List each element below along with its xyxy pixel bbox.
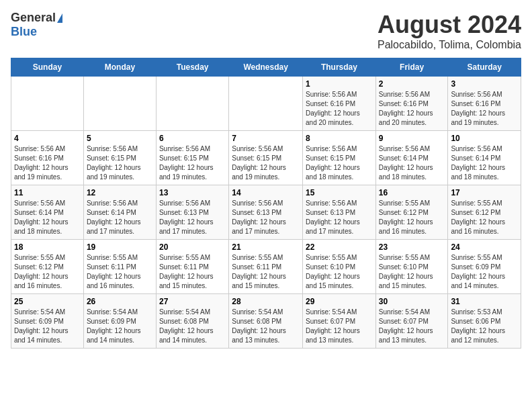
day-header-wednesday: Wednesday <box>229 58 303 77</box>
calendar-cell: 9Sunrise: 5:56 AM Sunset: 6:14 PM Daylig… <box>375 131 448 185</box>
day-info: Sunrise: 5:55 AM Sunset: 6:11 PM Dayligh… <box>232 253 300 291</box>
day-info: Sunrise: 5:55 AM Sunset: 6:12 PM Dayligh… <box>451 199 518 236</box>
calendar-cell: 28Sunrise: 5:54 AM Sunset: 6:08 PM Dayli… <box>229 294 303 349</box>
day-number: 9 <box>379 134 445 143</box>
day-info: Sunrise: 5:55 AM Sunset: 6:11 PM Dayligh… <box>87 253 153 291</box>
calendar-cell: 4Sunrise: 5:56 AM Sunset: 6:16 PM Daylig… <box>11 131 84 185</box>
calendar-cell: 22Sunrise: 5:55 AM Sunset: 6:10 PM Dayli… <box>303 240 376 294</box>
calendar-cell: 23Sunrise: 5:55 AM Sunset: 6:10 PM Dayli… <box>375 240 448 294</box>
day-info: Sunrise: 5:55 AM Sunset: 6:12 PM Dayligh… <box>14 253 81 291</box>
day-number: 17 <box>451 188 518 197</box>
day-number: 26 <box>87 297 153 306</box>
calendar-cell: 7Sunrise: 5:56 AM Sunset: 6:15 PM Daylig… <box>229 131 303 185</box>
subtitle: Palocabildo, Tolima, Colombia <box>378 39 521 51</box>
day-number: 20 <box>159 242 226 252</box>
calendar-cell: 24Sunrise: 5:55 AM Sunset: 6:09 PM Dayli… <box>448 240 521 294</box>
header: General Blue August 2024 Palocabildo, To… <box>11 11 521 51</box>
day-info: Sunrise: 5:56 AM Sunset: 6:14 PM Dayligh… <box>451 144 518 182</box>
day-info: Sunrise: 5:54 AM Sunset: 6:09 PM Dayligh… <box>14 308 81 345</box>
day-info: Sunrise: 5:56 AM Sunset: 6:15 PM Dayligh… <box>159 144 226 182</box>
calendar-cell <box>156 77 228 131</box>
day-info: Sunrise: 5:56 AM Sunset: 6:16 PM Dayligh… <box>379 90 445 128</box>
day-info: Sunrise: 5:54 AM Sunset: 6:09 PM Dayligh… <box>87 308 153 345</box>
calendar-cell: 29Sunrise: 5:54 AM Sunset: 6:07 PM Dayli… <box>303 294 376 349</box>
day-number: 2 <box>379 79 445 89</box>
day-info: Sunrise: 5:56 AM Sunset: 6:15 PM Dayligh… <box>306 144 373 182</box>
calendar-cell: 1Sunrise: 5:56 AM Sunset: 6:16 PM Daylig… <box>303 77 376 131</box>
calendar-cell: 13Sunrise: 5:56 AM Sunset: 6:13 PM Dayli… <box>156 185 228 240</box>
day-info: Sunrise: 5:56 AM Sunset: 6:13 PM Dayligh… <box>232 199 300 236</box>
day-info: Sunrise: 5:54 AM Sunset: 6:07 PM Dayligh… <box>306 308 373 345</box>
day-number: 25 <box>14 297 81 306</box>
calendar-cell: 18Sunrise: 5:55 AM Sunset: 6:12 PM Dayli… <box>11 240 84 294</box>
calendar-table: SundayMondayTuesdayWednesdayThursdayFrid… <box>11 58 521 349</box>
day-info: Sunrise: 5:54 AM Sunset: 6:08 PM Dayligh… <box>232 308 300 345</box>
day-number: 29 <box>306 297 373 306</box>
calendar-cell: 2Sunrise: 5:56 AM Sunset: 6:16 PM Daylig… <box>375 77 448 131</box>
day-number: 24 <box>451 242 518 252</box>
day-number: 31 <box>451 297 518 306</box>
day-info: Sunrise: 5:56 AM Sunset: 6:16 PM Dayligh… <box>451 90 518 128</box>
calendar-cell: 6Sunrise: 5:56 AM Sunset: 6:15 PM Daylig… <box>156 131 228 185</box>
calendar-week-row: 25Sunrise: 5:54 AM Sunset: 6:09 PM Dayli… <box>11 294 521 349</box>
day-number: 3 <box>451 79 518 89</box>
day-info: Sunrise: 5:56 AM Sunset: 6:15 PM Dayligh… <box>232 144 300 182</box>
day-number: 23 <box>379 242 445 252</box>
calendar-cell: 30Sunrise: 5:54 AM Sunset: 6:07 PM Dayli… <box>375 294 448 349</box>
day-number: 18 <box>14 242 81 252</box>
day-info: Sunrise: 5:56 AM Sunset: 6:16 PM Dayligh… <box>306 90 373 128</box>
day-info: Sunrise: 5:53 AM Sunset: 6:06 PM Dayligh… <box>451 308 518 345</box>
calendar-cell: 17Sunrise: 5:55 AM Sunset: 6:12 PM Dayli… <box>448 185 521 240</box>
logo: General Blue <box>11 11 62 39</box>
day-number: 22 <box>306 242 373 252</box>
day-number: 6 <box>159 134 226 143</box>
calendar-cell: 27Sunrise: 5:54 AM Sunset: 6:08 PM Dayli… <box>156 294 228 349</box>
calendar-cell: 19Sunrise: 5:55 AM Sunset: 6:11 PM Dayli… <box>83 240 156 294</box>
calendar-cell <box>229 77 303 131</box>
calendar-week-row: 11Sunrise: 5:56 AM Sunset: 6:14 PM Dayli… <box>11 185 521 240</box>
day-info: Sunrise: 5:56 AM Sunset: 6:13 PM Dayligh… <box>159 199 226 236</box>
day-header-saturday: Saturday <box>448 58 521 77</box>
calendar-cell: 25Sunrise: 5:54 AM Sunset: 6:09 PM Dayli… <box>11 294 84 349</box>
calendar-cell: 21Sunrise: 5:55 AM Sunset: 6:11 PM Dayli… <box>229 240 303 294</box>
calendar-cell: 8Sunrise: 5:56 AM Sunset: 6:15 PM Daylig… <box>303 131 376 185</box>
calendar-cell: 14Sunrise: 5:56 AM Sunset: 6:13 PM Dayli… <box>229 185 303 240</box>
day-info: Sunrise: 5:55 AM Sunset: 6:09 PM Dayligh… <box>451 253 518 291</box>
day-number: 11 <box>14 188 81 197</box>
calendar-cell: 31Sunrise: 5:53 AM Sunset: 6:06 PM Dayli… <box>448 294 521 349</box>
day-header-sunday: Sunday <box>11 58 84 77</box>
day-info: Sunrise: 5:56 AM Sunset: 6:15 PM Dayligh… <box>87 144 153 182</box>
calendar-cell: 11Sunrise: 5:56 AM Sunset: 6:14 PM Dayli… <box>11 185 84 240</box>
day-number: 16 <box>379 188 445 197</box>
calendar-week-row: 4Sunrise: 5:56 AM Sunset: 6:16 PM Daylig… <box>11 131 521 185</box>
day-number: 13 <box>159 188 226 197</box>
day-number: 10 <box>451 134 518 143</box>
day-header-monday: Monday <box>83 58 156 77</box>
day-info: Sunrise: 5:56 AM Sunset: 6:14 PM Dayligh… <box>87 199 153 236</box>
day-number: 19 <box>87 242 153 252</box>
day-info: Sunrise: 5:54 AM Sunset: 6:07 PM Dayligh… <box>379 308 445 345</box>
calendar-cell: 5Sunrise: 5:56 AM Sunset: 6:15 PM Daylig… <box>83 131 156 185</box>
day-number: 30 <box>379 297 445 306</box>
day-number: 14 <box>232 188 300 197</box>
calendar-week-row: 1Sunrise: 5:56 AM Sunset: 6:16 PM Daylig… <box>11 77 521 131</box>
day-number: 27 <box>159 297 226 306</box>
calendar-cell: 20Sunrise: 5:55 AM Sunset: 6:11 PM Dayli… <box>156 240 228 294</box>
day-number: 12 <box>87 188 153 197</box>
calendar-cell: 10Sunrise: 5:56 AM Sunset: 6:14 PM Dayli… <box>448 131 521 185</box>
day-header-thursday: Thursday <box>303 58 376 77</box>
day-header-tuesday: Tuesday <box>156 58 228 77</box>
calendar-week-row: 18Sunrise: 5:55 AM Sunset: 6:12 PM Dayli… <box>11 240 521 294</box>
day-info: Sunrise: 5:56 AM Sunset: 6:14 PM Dayligh… <box>379 144 445 182</box>
day-info: Sunrise: 5:54 AM Sunset: 6:08 PM Dayligh… <box>159 308 226 345</box>
day-number: 21 <box>232 242 300 252</box>
day-number: 7 <box>232 134 300 143</box>
day-info: Sunrise: 5:55 AM Sunset: 6:10 PM Dayligh… <box>306 253 373 291</box>
day-info: Sunrise: 5:55 AM Sunset: 6:12 PM Dayligh… <box>379 199 445 236</box>
calendar-cell: 26Sunrise: 5:54 AM Sunset: 6:09 PM Dayli… <box>83 294 156 349</box>
day-info: Sunrise: 5:56 AM Sunset: 6:13 PM Dayligh… <box>306 199 373 236</box>
logo-general-text: General <box>11 11 56 25</box>
calendar-cell <box>83 77 156 131</box>
calendar-cell: 15Sunrise: 5:56 AM Sunset: 6:13 PM Dayli… <box>303 185 376 240</box>
day-info: Sunrise: 5:56 AM Sunset: 6:14 PM Dayligh… <box>14 199 81 236</box>
